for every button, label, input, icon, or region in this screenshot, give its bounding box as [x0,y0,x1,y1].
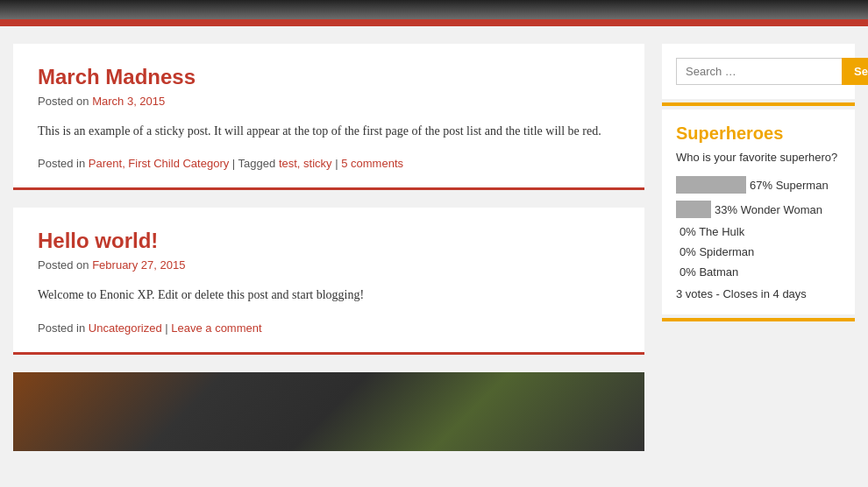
poll-bar-wonderwoman [676,201,711,218]
search-form: Search [676,58,841,85]
post-categories-2[interactable]: Uncategorized [89,321,162,335]
posted-on-label-2: Posted on [38,258,89,272]
sidebar: Search Superheroes Who is your favorite … [662,44,855,451]
poll-label-hulk: 0% The Hulk [679,225,744,238]
poll-label-wonderwoman: 33% Wonder Woman [715,203,822,216]
posted-on-label-1: Posted on [38,95,89,108]
post-categories-1[interactable]: Parent, First Child Category [89,157,229,170]
search-input[interactable] [676,58,842,85]
leave-comment-link[interactable]: Leave a comment [171,321,261,335]
posted-in-label-2: Posted in [38,321,85,335]
poll-label-superman: 67% Superman [750,179,829,192]
post-content-hello-world: Welcome to Enonic XP. Edit or delete thi… [38,286,620,305]
search-button[interactable]: Search [842,58,868,85]
poll-label-spiderman: 0% Spiderman [679,245,754,258]
poll-bar-superman [676,176,746,194]
poll-divider [662,318,855,321]
poll-option-hulk: 0% The Hulk [676,225,841,238]
post-content-march-madness: This is an example of a sticky post. It … [38,122,620,141]
poll-label-batman: 0% Batman [679,265,738,279]
post-footer-hello-world: Posted in Uncategorized | Leave a commen… [38,321,620,335]
site-header [0,0,868,26]
post-march-madness: March Madness Posted on March 3, 2015 Th… [13,44,644,190]
posted-in-label-1: Posted in [38,157,85,170]
poll-option-wonderwoman: 33% Wonder Woman [676,201,841,218]
content-area: March Madness Posted on March 3, 2015 Th… [13,44,644,451]
post-comments-1[interactable]: 5 comments [341,157,403,170]
search-divider [662,102,855,106]
poll-title: Superheroes [676,124,841,144]
post-date-hello-world[interactable]: February 27, 2015 [92,258,185,272]
poll-option-superman: 67% Superman [676,176,841,194]
poll-votes-info: 3 votes - Closes in 4 days [676,287,841,300]
poll-question: Who is your favorite superhero? [676,151,841,164]
tagged-label-1: Tagged [238,157,276,170]
main-container: March Madness Posted on March 3, 2015 Th… [0,26,868,469]
post-title-hello-world[interactable]: Hello world! [38,229,620,253]
post-image [13,372,644,451]
post-meta-march-madness: Posted on March 3, 2015 [38,95,620,108]
search-widget: Search [662,44,855,99]
post-date-march-madness[interactable]: March 3, 2015 [92,95,165,108]
poll-option-spiderman: 0% Spiderman [676,245,841,258]
post-tags-1[interactable]: test, sticky [279,157,332,170]
post-image-card [13,372,644,451]
post-meta-hello-world: Posted on February 27, 2015 [38,258,620,272]
post-hello-world: Hello world! Posted on February 27, 2015… [13,208,644,354]
poll-widget: Superheroes Who is your favorite superhe… [662,109,855,314]
poll-option-batman: 0% Batman [676,265,841,279]
post-title-march-madness[interactable]: March Madness [38,65,620,89]
post-footer-march-madness: Posted in Parent, First Child Category |… [38,157,620,170]
